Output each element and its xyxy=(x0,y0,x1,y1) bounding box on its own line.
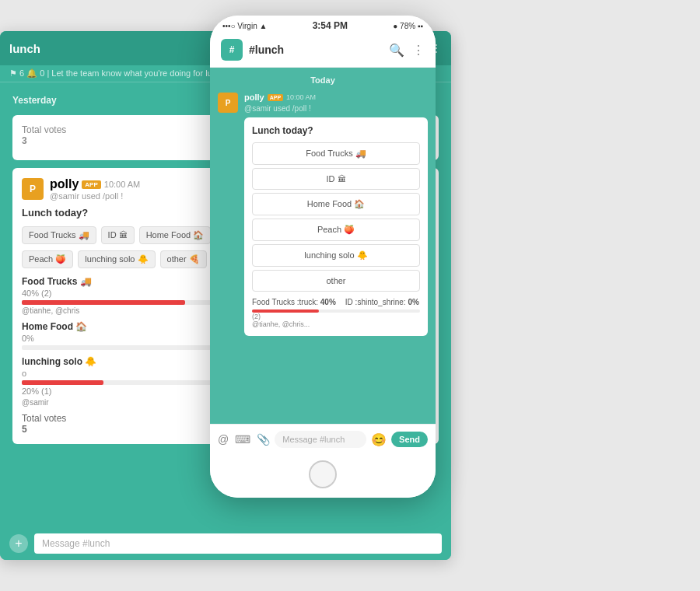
phone-poll-bar-track xyxy=(252,309,420,313)
phone-home-bar xyxy=(210,454,436,498)
phone-poll-option-food-trucks[interactable]: Food Trucks 🚚 xyxy=(252,142,420,165)
phone-poll-stats: Food Trucks :truck: 40% ID :shinto_shrin… xyxy=(252,298,420,306)
poll-option-other[interactable]: other 🍕 xyxy=(160,250,207,268)
phone-search-icon[interactable]: 🔍 xyxy=(389,43,404,58)
phone-battery: ● 78% ▪▪ xyxy=(393,22,423,30)
phone-poll-option-id[interactable]: ID 🏛 xyxy=(252,168,420,190)
phone-home-button[interactable] xyxy=(309,460,337,488)
poll-timestamp: 10:00 AM xyxy=(104,180,140,189)
phone-message-meta: polly APP 10:00 AM xyxy=(244,93,428,102)
phone-message-bar: @ ⌨ 📎 Message #lunch 😊 Send xyxy=(210,424,436,454)
phone-nav-bar: # #lunch 🔍 ⋮ xyxy=(210,33,436,68)
phone-message-placeholder: Message #lunch xyxy=(282,435,345,444)
phone-stat-id-label: ID :shinto_shrine: xyxy=(345,298,406,306)
phone-used-poll: @samir used /poll ! xyxy=(244,104,428,113)
phone-username: polly xyxy=(244,93,264,102)
phone-send-button[interactable]: Send xyxy=(391,432,428,447)
result-lunching-bar xyxy=(22,380,103,385)
app-badge: APP xyxy=(82,180,100,189)
phone-poll-option-other[interactable]: other xyxy=(252,270,420,292)
poll-meta: polly APP 10:00 AM @samir used /poll ! xyxy=(50,177,140,201)
phone-poll-card: Lunch today? Food Trucks 🚚 ID 🏛 Home Foo… xyxy=(244,117,428,336)
phone-channel-name[interactable]: #lunch xyxy=(249,44,389,56)
phone-message: P polly APP 10:00 AM @samir used /poll !… xyxy=(218,93,428,336)
poll-option-peach[interactable]: Peach 🍑 xyxy=(22,250,73,268)
phone-poll-bar-fill xyxy=(252,309,319,313)
phone-stat-food-trucks: Food Trucks :truck: 40% xyxy=(252,298,336,306)
phone-timestamp: 10:00 AM xyxy=(286,93,316,101)
phone-stat-id-percent: 0% xyxy=(408,298,418,306)
phone-poll-bar-row xyxy=(252,309,420,313)
phone-message-input[interactable]: Message #lunch xyxy=(275,431,366,448)
phone-slash-icon[interactable]: ⌨ xyxy=(235,433,250,446)
desktop-title: lunch xyxy=(9,42,40,55)
phone-voters-names: @tianhe, @chris... xyxy=(252,320,420,328)
result-food-trucks-bar xyxy=(22,300,185,305)
phone-poll-question: Lunch today? xyxy=(252,125,420,136)
used-poll: @samir used /poll ! xyxy=(50,191,140,201)
phone-voters: (2) xyxy=(252,313,420,320)
phone-bottom-icons: @ ⌨ 📎 xyxy=(218,433,270,446)
phone-more-icon[interactable]: ⋮ xyxy=(412,43,425,58)
message-input[interactable]: Message #lunch xyxy=(34,533,442,554)
phone-avatar: P xyxy=(218,93,238,113)
phone-stat-food-trucks-label: Food Trucks :truck: xyxy=(252,298,318,306)
total-votes-label: Total votes xyxy=(22,413,66,424)
phone-channel-icon: # xyxy=(221,39,243,61)
phone-carrier: •••○ Virgin ▲ xyxy=(222,22,267,30)
phone-poll-option-home-food[interactable]: Home Food 🏠 xyxy=(252,193,420,215)
message-add-button[interactable]: + xyxy=(9,534,28,553)
phone-mockup: •••○ Virgin ▲ 3:54 PM ● 78% ▪▪ # #lunch … xyxy=(210,16,436,498)
poll-option-food-trucks[interactable]: Food Trucks 🚚 xyxy=(22,226,96,244)
phone-nav-icons: 🔍 ⋮ xyxy=(389,43,425,58)
poll-option-home-food[interactable]: Home Food 🏠 xyxy=(139,226,212,244)
phone-poll-option-peach[interactable]: Peach 🍑 xyxy=(252,219,420,241)
poll-option-lunching[interactable]: lunching solo 🐥 xyxy=(78,250,155,268)
phone-body: Today P polly APP 10:00 AM @samir used /… xyxy=(210,68,436,424)
phone-stat-id: ID :shinto_shrine: 0% xyxy=(345,298,419,306)
phone-today-label: Today xyxy=(218,75,428,85)
poll-username: polly xyxy=(50,177,79,191)
poll-option-id[interactable]: ID 🏛 xyxy=(101,226,135,244)
phone-emoji-icon[interactable]: 😊 xyxy=(371,432,387,447)
phone-message-content: polly APP 10:00 AM @samir used /poll ! L… xyxy=(244,93,428,336)
phone-at-icon[interactable]: @ xyxy=(218,433,229,446)
phone-status-bar: •••○ Virgin ▲ 3:54 PM ● 78% ▪▪ xyxy=(210,16,436,33)
desktop-subheader-text: ⚑ 6 🔔 0 | Let the team know what you're … xyxy=(9,68,226,78)
phone-poll-option-lunching[interactable]: lunching solo 🐥 xyxy=(252,244,420,267)
phone-attach-icon[interactable]: 📎 xyxy=(257,433,270,446)
avatar: P xyxy=(22,178,44,200)
phone-poll-summary: Food Trucks :truck: 40% ID :shinto_shrin… xyxy=(252,298,420,328)
phone-app-badge: APP xyxy=(268,94,283,101)
desktop-message-bar: + Message #lunch xyxy=(0,527,451,560)
total-votes-value: 5 xyxy=(22,424,27,435)
phone-stat-food-trucks-percent: 40% xyxy=(320,298,336,306)
phone-time: 3:54 PM xyxy=(313,20,348,31)
